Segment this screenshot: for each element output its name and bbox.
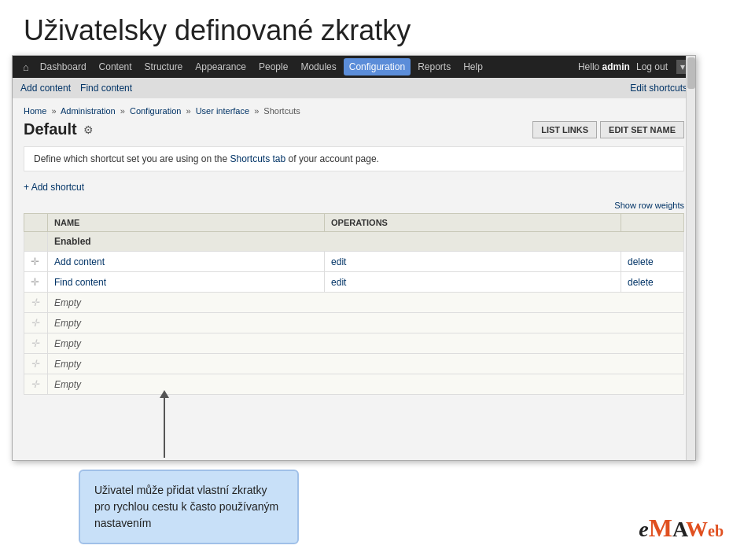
logout-button[interactable]: Log out xyxy=(632,58,672,76)
drag-handle[interactable]: ✛ xyxy=(24,354,48,374)
add-content-item-link[interactable]: Add content xyxy=(54,256,105,267)
group-label: Enabled xyxy=(48,232,684,252)
drag-handle[interactable]: ✛ xyxy=(24,252,48,272)
logo-e: e xyxy=(639,517,648,541)
annotation-arrow xyxy=(164,395,165,458)
info-box: Define which shortcut set you are using … xyxy=(24,146,684,171)
content-heading: Default xyxy=(24,120,77,138)
browser-window: ⌂ Dashboard Content Structure Appearance… xyxy=(12,55,696,461)
list-links-button[interactable]: LIST LINKS xyxy=(532,121,597,138)
table-row: ✛ Empty xyxy=(24,333,684,354)
breadcrumb-home[interactable]: Home xyxy=(24,106,46,116)
find-content-item-link[interactable]: Find content xyxy=(54,277,106,288)
row-op1: edit xyxy=(325,272,621,293)
admin-nav: ⌂ Dashboard Content Structure Appearance… xyxy=(13,56,695,78)
group-row-enabled: Enabled xyxy=(24,232,684,252)
find-content-edit-link[interactable]: edit xyxy=(331,277,346,288)
table-row: ✛ Empty xyxy=(24,313,684,333)
add-content-edit-link[interactable]: edit xyxy=(331,256,346,267)
page-heading-row: Default ⚙ LIST LINKS EDIT SET NAME xyxy=(24,120,684,138)
drag-handle[interactable]: ✛ xyxy=(24,272,48,293)
drag-handle[interactable]: ✛ xyxy=(24,374,48,395)
page-title: Uživatelsky definované zkratky xyxy=(0,0,755,55)
nav-item-modules[interactable]: Modules xyxy=(295,58,341,76)
logo-a1: A xyxy=(672,517,686,541)
shortcuts-tab-link[interactable]: Shortcuts tab xyxy=(230,153,285,164)
breadcrumb-config[interactable]: Configuration xyxy=(130,106,181,116)
empty-row-label: Empty xyxy=(48,313,684,333)
edit-shortcuts-link[interactable]: Edit shortcuts xyxy=(630,83,687,94)
nav-item-appearance[interactable]: Appearance xyxy=(190,58,252,76)
row-op1: edit xyxy=(325,252,621,272)
table-row: ✛ Empty xyxy=(24,354,684,374)
scrollbar[interactable] xyxy=(686,56,695,460)
info-text-after: of your account page. xyxy=(285,153,379,164)
empty-row-label: Empty xyxy=(48,374,684,395)
info-text-before: Define which shortcut set you are using … xyxy=(34,153,230,164)
empty-row-label: Empty xyxy=(48,293,684,313)
table-row: ✛ Empty xyxy=(24,374,684,395)
logo: eMAWeb xyxy=(639,514,724,543)
gear-icon[interactable]: ⚙ xyxy=(83,123,94,136)
breadcrumb-admin[interactable]: Administration xyxy=(61,106,116,116)
breadcrumb-ui[interactable]: User interface xyxy=(196,106,249,116)
table-row: ✛ Find content edit delete xyxy=(24,272,684,293)
add-shortcut-link[interactable]: Add shortcut xyxy=(24,182,84,193)
secondary-toolbar: Add content Find content Edit shortcuts xyxy=(13,78,695,98)
group-drag xyxy=(24,232,48,252)
col-name-header: NAME xyxy=(48,214,325,232)
hello-text: Hello admin xyxy=(578,61,630,72)
logo-web: eb xyxy=(708,522,724,540)
table-row: ✛ Add content edit delete xyxy=(24,252,684,272)
row-name: Find content xyxy=(48,272,325,293)
edit-set-name-button[interactable]: EDIT SET NAME xyxy=(600,121,684,138)
row-op2: delete xyxy=(621,252,684,272)
breadcrumb: Home » Administration » Configuration » … xyxy=(24,106,684,116)
content-area: Home » Administration » Configuration » … xyxy=(13,98,695,460)
col-delete-header xyxy=(621,214,684,232)
breadcrumb-shortcuts: Shortcuts xyxy=(263,106,300,116)
empty-row-label: Empty xyxy=(48,333,684,354)
nav-item-configuration[interactable]: Configuration xyxy=(344,58,411,76)
page-heading-buttons: LIST LINKS EDIT SET NAME xyxy=(532,121,684,138)
row-name: Add content xyxy=(48,252,325,272)
col-operations-header: OPERATIONS xyxy=(325,214,621,232)
annotation-text: Uživatel může přidat vlastní zkratky pro… xyxy=(94,484,278,529)
drag-handle[interactable]: ✛ xyxy=(24,293,48,313)
add-content-delete-link[interactable]: delete xyxy=(628,256,654,267)
table-row: ✛ Empty xyxy=(24,293,684,313)
empty-row-label: Empty xyxy=(48,354,684,374)
nav-item-dashboard[interactable]: Dashboard xyxy=(35,58,92,76)
annotation-box: Uživatel může přidat vlastní zkratky pro… xyxy=(79,470,299,544)
row-op2: delete xyxy=(621,272,684,293)
nav-item-structure[interactable]: Structure xyxy=(139,58,189,76)
find-content-delete-link[interactable]: delete xyxy=(628,277,654,288)
home-icon[interactable]: ⌂ xyxy=(19,58,33,76)
scroll-thumb[interactable] xyxy=(687,57,695,89)
show-row-weights-link[interactable]: Show row weights xyxy=(24,201,684,210)
logo-a2: W xyxy=(686,517,708,541)
add-content-link[interactable]: Add content xyxy=(20,83,71,94)
find-content-link[interactable]: Find content xyxy=(80,83,132,94)
drag-handle[interactable]: ✛ xyxy=(24,333,48,354)
logo-m: M xyxy=(649,514,672,542)
nav-item-reports[interactable]: Reports xyxy=(412,58,456,76)
nav-item-content[interactable]: Content xyxy=(94,58,138,76)
shortcuts-table: NAME OPERATIONS Enabled ✛ Add content ed… xyxy=(24,213,684,395)
nav-item-help[interactable]: Help xyxy=(458,58,488,76)
drag-handle[interactable]: ✛ xyxy=(24,313,48,333)
nav-item-people[interactable]: People xyxy=(253,58,293,76)
col-drag xyxy=(24,214,48,232)
